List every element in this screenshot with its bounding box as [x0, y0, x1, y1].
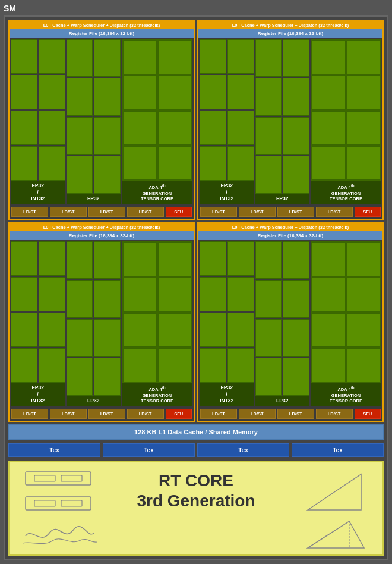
quad1-reg-file: Register File (16,384 x 32-bit) — [10, 29, 194, 38]
rt-svg-bottom-left — [13, 518, 103, 551]
cell — [255, 241, 282, 279]
cell — [200, 348, 226, 383]
quad2-fp32int32-col: FP32/INT32 — [200, 39, 254, 204]
svg-rect-5 — [61, 500, 82, 506]
cell — [67, 358, 93, 396]
cell — [283, 319, 309, 357]
quad4-ldst2: LD/ST — [239, 409, 276, 419]
rt-shape-trapezoid-2 — [23, 492, 94, 515]
quad2-fp32-col: FP32 — [255, 39, 310, 204]
cell — [39, 277, 65, 311]
quad1-fp32-grid — [67, 39, 121, 194]
tcell — [123, 146, 156, 180]
rt-core-section: RT CORE 3rd Generation — [8, 461, 384, 556]
quad1-bottom: LD/ST LD/ST LD/ST LD/ST SFU — [10, 205, 194, 219]
cell — [283, 39, 309, 77]
tcell — [158, 278, 191, 311]
cell — [255, 280, 282, 317]
tcell — [158, 40, 191, 74]
tcell — [312, 242, 345, 276]
cell — [11, 75, 37, 109]
quad3-fp32int32-grid — [11, 241, 65, 383]
tcell — [347, 313, 380, 347]
svg-marker-6 — [308, 474, 361, 510]
cell — [94, 358, 121, 396]
quad4-fp32int32-grid — [200, 241, 254, 383]
tcell — [158, 348, 191, 382]
tcell — [312, 111, 345, 145]
tcell — [158, 146, 191, 180]
cell — [11, 146, 37, 181]
quad3-fp32-col: FP32 — [67, 241, 121, 406]
cell — [283, 241, 309, 279]
svg-marker-7 — [308, 521, 364, 548]
l1-cache-bar: 128 KB L1 Data Cache / Shared Memory — [8, 424, 384, 440]
tcell — [347, 348, 380, 382]
quad3-fp32-label: FP32 — [67, 396, 121, 406]
cell — [227, 39, 254, 74]
quadrant-4: L0 i-Cache + Warp Scheduler + Dispatch (… — [197, 222, 384, 422]
quad2-ldst2: LD/ST — [239, 207, 276, 217]
quad1-sfu: SFU — [166, 207, 192, 217]
quad4-fp32-col: FP32 — [255, 241, 310, 406]
tcell — [158, 242, 191, 276]
quad3-tensor-grid — [122, 241, 192, 383]
cell — [94, 241, 121, 279]
quad2-tensor-inner: ADA 4thGENERATIONTENSOR CORE — [311, 39, 381, 204]
quad2-header: L0 i-Cache + Warp Scheduler + Dispatch (… — [198, 21, 382, 29]
quad1-compute: FP32/INT32 FP32 — [10, 38, 194, 205]
quad1-ldst1: LD/ST — [11, 207, 48, 217]
cell — [283, 280, 309, 317]
cell — [200, 277, 226, 311]
tcell — [123, 111, 156, 145]
sm-label: SM — [4, 4, 388, 13]
cell — [39, 111, 65, 145]
cell — [227, 348, 254, 383]
cell — [39, 39, 65, 74]
tex-2: Tex — [103, 443, 195, 457]
tcell — [123, 40, 156, 74]
quadrant-3: L0 i-Cache + Warp Scheduler + Dispatch (… — [8, 222, 195, 422]
tcell — [158, 111, 191, 145]
quad1-tensor-label: ADA 4thGENERATIONTENSOR CORE — [122, 181, 192, 204]
cell — [67, 39, 93, 77]
cell — [11, 111, 37, 145]
cell — [283, 117, 309, 155]
tcell — [347, 40, 380, 74]
rt-core-text: RT CORE 3rd Generation — [106, 471, 286, 511]
quad3-sfu: SFU — [166, 409, 192, 419]
rt-shape-trapezoid-1 — [23, 467, 94, 490]
svg-rect-2 — [61, 475, 82, 481]
rt-core-bottom-row — [13, 518, 379, 551]
rt-svg-bottom-right — [289, 518, 379, 551]
cell — [200, 241, 226, 276]
tcell — [347, 75, 380, 109]
cell — [39, 75, 65, 109]
quad4-fp32int32-label: FP32/INT32 — [200, 383, 254, 406]
quad3-fp32int32-col: FP32/INT32 — [11, 241, 65, 406]
quad2-tensor-col: ADA 4thGENERATIONTENSOR CORE — [311, 39, 381, 204]
quad2-reg-file: Register File (16,384 x 32-bit) — [198, 29, 382, 38]
main-box: L0 i-Cache + Warp Scheduler + Dispatch (… — [4, 15, 388, 560]
cell — [39, 241, 65, 276]
cell — [94, 39, 121, 77]
quad3-ldst1: LD/ST — [11, 409, 48, 419]
tcell — [347, 111, 380, 145]
quad2-fp32-label: FP32 — [255, 194, 310, 204]
cell — [11, 313, 37, 347]
cell — [67, 241, 93, 279]
cell — [94, 280, 121, 317]
quad3-compute: FP32/INT32 FP32 — [10, 240, 194, 407]
quad3-fp32int32-label: FP32/INT32 — [11, 383, 65, 406]
cell — [39, 146, 65, 181]
quad4-ldst4: LD/ST — [316, 409, 353, 419]
quad4-tensor-label: ADA 4thGENERATIONTENSOR CORE — [311, 383, 381, 406]
quad4-tensor-col: ADA 4thGENERATIONTENSOR CORE — [311, 241, 381, 406]
cell — [255, 319, 282, 357]
quad4-ldst3: LD/ST — [277, 409, 314, 419]
quad1-fp32-col: FP32 — [67, 39, 121, 204]
quad4-tensor-grid — [311, 241, 381, 383]
quad2-fp32-grid — [255, 39, 310, 194]
cell — [94, 319, 121, 357]
cell — [227, 241, 254, 276]
